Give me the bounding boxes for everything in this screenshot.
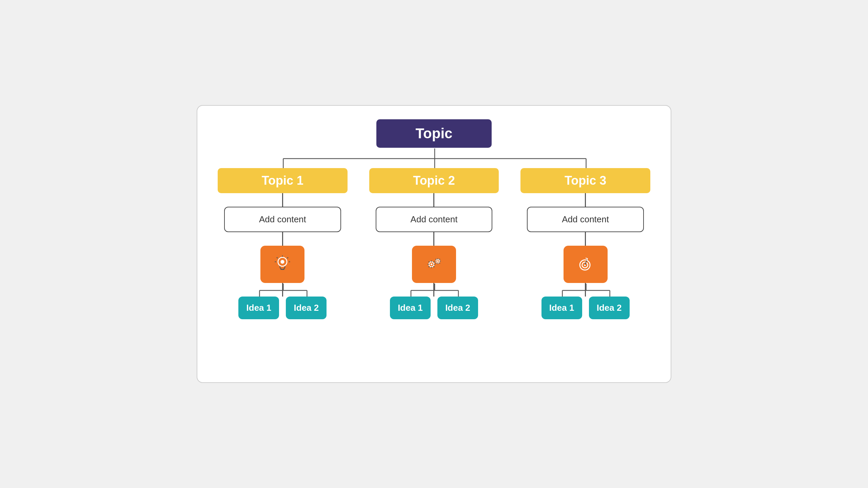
svg-point-19 (437, 260, 439, 262)
target-icon (575, 254, 596, 274)
ideas-row-3: Idea 1 Idea 2 (541, 297, 630, 319)
idea-label-1-2: Idea 2 (294, 303, 319, 313)
icon-box-2 (412, 246, 456, 283)
topic-box-1: Topic 1 (218, 168, 348, 193)
vline-1b (282, 232, 283, 246)
svg-line-4 (287, 257, 288, 258)
vline-3b (585, 232, 586, 246)
bulb-icon (272, 254, 293, 274)
svg-line-3 (277, 257, 278, 258)
idea-label-1-1: Idea 1 (246, 303, 272, 313)
svg-line-15 (433, 266, 434, 267)
columns-container: Topic 1 Add content (218, 168, 650, 319)
topic-label-3: Topic 3 (565, 174, 606, 187)
icon-box-1 (260, 246, 304, 283)
idea-label-3-2: Idea 2 (597, 303, 622, 313)
topic-label-2: Topic 2 (413, 174, 455, 187)
idea-box-1-2: Idea 2 (286, 297, 327, 319)
svg-line-25 (439, 263, 440, 263)
svg-line-26 (439, 259, 440, 260)
svg-line-17 (429, 266, 430, 267)
svg-line-24 (436, 259, 436, 260)
column-3: Topic 3 Add content (520, 168, 650, 319)
svg-line-16 (433, 262, 434, 263)
vline-3c (585, 283, 586, 297)
ideas-row-2: Idea 1 Idea 2 (390, 297, 478, 319)
root-node: Topic (376, 119, 492, 148)
vline-1c (282, 283, 283, 297)
idea-box-2-1: Idea 1 (390, 297, 431, 319)
column-1: Topic 1 Add content (218, 168, 348, 319)
content-label-2: Add content (411, 214, 458, 224)
diagram-container: Topic Topic 1 Add content (197, 105, 671, 383)
vline-3a (585, 193, 586, 207)
topic-label-1: Topic 1 (262, 174, 303, 187)
topic-box-3: Topic 3 (520, 168, 650, 193)
idea-label-2-1: Idea 1 (398, 303, 423, 313)
gears-icon (424, 254, 444, 274)
idea-label-2-2: Idea 2 (445, 303, 470, 313)
root-label: Topic (416, 125, 453, 141)
column-2: Topic 2 Add content (369, 168, 499, 319)
content-label-1: Add content (259, 214, 306, 224)
idea-box-3-2: Idea 2 (589, 297, 630, 319)
vline-2a (433, 193, 434, 207)
svg-point-7 (281, 260, 284, 264)
icon-box-3 (564, 246, 608, 283)
ideas-row-1: Idea 1 Idea 2 (238, 297, 327, 319)
vline-2c (433, 283, 434, 297)
vline-1a (282, 193, 283, 207)
idea-box-1-1: Idea 1 (238, 297, 279, 319)
vline-2b (433, 232, 434, 246)
svg-point-9 (431, 263, 433, 265)
content-box-3: Add content (527, 207, 644, 232)
idea-label-3-1: Idea 1 (549, 303, 574, 313)
svg-line-27 (436, 263, 436, 263)
content-box-2: Add content (376, 207, 493, 232)
svg-line-14 (429, 262, 430, 263)
idea-box-3-1: Idea 1 (541, 297, 582, 319)
topic-box-2: Topic 2 (369, 168, 499, 193)
idea-box-2-2: Idea 2 (437, 297, 478, 319)
content-label-3: Add content (562, 214, 609, 224)
content-box-1: Add content (224, 207, 341, 232)
